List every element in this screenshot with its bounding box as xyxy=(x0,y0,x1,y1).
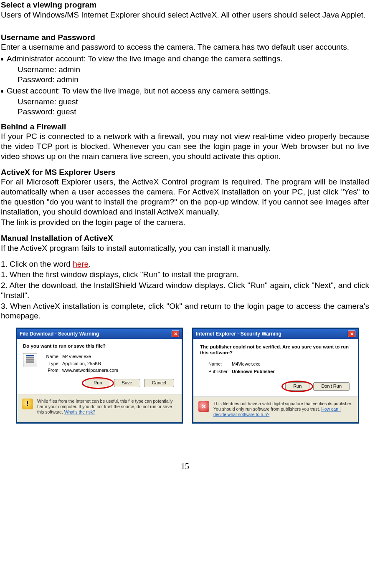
dialog2-body: The publisher could not be verified. Are… xyxy=(193,339,358,396)
publisher-value: Unknown Publisher xyxy=(232,369,275,374)
heading-user-pass: Username and Password xyxy=(1,33,369,43)
bullet-admin-text: Administrator account: To view the live … xyxy=(7,54,283,63)
step-4: 3. When ActiveX installation is complete… xyxy=(1,301,369,321)
dialog2-title: Internet Explorer - Security Warning xyxy=(196,331,281,337)
para-firewall: If your PC is connected to a network wit… xyxy=(1,131,369,161)
run-button[interactable]: Run xyxy=(285,382,309,391)
heading-viewing-program: Select a viewing program xyxy=(1,0,369,10)
dialog2-footer-text: This file does not have a valid digital … xyxy=(213,401,353,417)
dialog1-titlebar: File Download - Security Warning ✕ xyxy=(17,329,182,339)
run-button[interactable]: Run xyxy=(86,379,110,387)
whats-the-risk-link[interactable]: What's the risk? xyxy=(64,409,95,414)
heading-firewall: Behind a Firewall xyxy=(1,122,369,132)
close-icon[interactable]: ✕ xyxy=(172,331,179,337)
dialog1-title: File Download - Security Warning xyxy=(20,331,99,337)
run-label: Run xyxy=(94,380,102,385)
application-icon xyxy=(23,353,37,367)
shield-error-icon xyxy=(198,401,209,412)
dialog2-question: The publisher could not be verified. Are… xyxy=(200,344,351,356)
footer-text: While files from the Internet can be use… xyxy=(37,399,173,414)
dialogs-row: File Download - Security Warning ✕ Do yo… xyxy=(1,328,369,424)
bullet-icon xyxy=(1,58,3,61)
type-label: Type: xyxy=(41,360,60,367)
step-3: 2. After the download, the InstallShield… xyxy=(1,280,369,300)
publisher-label: Publisher: xyxy=(208,368,232,376)
cancel-button[interactable]: Cancel xyxy=(144,379,174,387)
run-label: Run xyxy=(293,384,302,389)
dialog1-footer-text: While files from the Internet can be use… xyxy=(37,399,177,415)
shield-warning-icon xyxy=(22,399,33,409)
dialog1-body: Do you want to run or save this file? Na… xyxy=(17,339,182,394)
bullet-admin: Administrator account: To view the live … xyxy=(1,54,369,64)
page-number: 15 xyxy=(1,461,369,472)
dialog1-file-row: Name:M4Viewer.exe Type:Application, 255K… xyxy=(23,353,176,374)
guest-password: Password: guest xyxy=(18,107,369,117)
bullet-guest: Guest account: To view the live image, b… xyxy=(1,86,369,96)
from-value: www.networkipcamera.com xyxy=(62,368,118,373)
bullet-guest-text: Guest account: To view the live image, b… xyxy=(7,86,271,95)
dialog1-details: Name:M4Viewer.exe Type:Application, 255K… xyxy=(41,353,118,374)
save-button[interactable]: Save xyxy=(114,379,140,387)
from-label: From: xyxy=(41,367,60,374)
para-manual-intro: If the ActiveX program fails to install … xyxy=(1,243,369,253)
here-link[interactable]: here xyxy=(73,260,89,268)
para-activex: For all Microsoft Explorer users, the Ac… xyxy=(1,177,369,217)
step-1: 1. Click on the word here. xyxy=(1,259,369,269)
name-value: M4Viewer.exe xyxy=(62,354,91,359)
ie-security-dialog: Internet Explorer - Security Warning ✕ T… xyxy=(192,328,359,424)
dialog2-titlebar: Internet Explorer - Security Warning ✕ xyxy=(193,329,358,339)
file-download-dialog: File Download - Security Warning ✕ Do yo… xyxy=(16,328,183,424)
step-1-pre: 1. Click on the word xyxy=(1,260,73,268)
dialog1-buttons: Run Save Cancel xyxy=(23,378,176,391)
name-value: M4Viewer.exe xyxy=(232,361,261,366)
name-label: Name: xyxy=(208,360,232,368)
admin-password: Password: admin xyxy=(18,75,369,85)
para-user-pass: Enter a username and password to access … xyxy=(1,42,369,52)
heading-activex: ActiveX for MS Explorer Users xyxy=(1,167,369,177)
dialog1-question: Do you want to run or save this file? xyxy=(23,343,176,349)
type-value: Application, 255KB xyxy=(62,361,101,366)
admin-username: Username: admin xyxy=(18,65,369,75)
dialog1-footer: While files from the Internet can be use… xyxy=(17,394,182,420)
heading-manual-activex: Manual Installation of ActiveX xyxy=(1,233,369,243)
step-2: 1. When the first window displays, click… xyxy=(1,270,369,280)
dialog2-buttons: Run Don't Run xyxy=(200,381,351,395)
name-label: Name: xyxy=(41,353,60,360)
bullet-icon xyxy=(1,90,3,93)
para-viewing-program: Users of Windows/MS Internet Explorer sh… xyxy=(1,10,369,20)
para-activex-2: The link is provided on the login page o… xyxy=(1,217,369,227)
close-icon[interactable]: ✕ xyxy=(348,331,355,337)
step-1-post: . xyxy=(89,260,91,268)
dont-run-button[interactable]: Don't Run xyxy=(313,382,350,391)
dialog2-details: Name:M4Viewer.exe Publisher:Unknown Publ… xyxy=(208,360,351,376)
guest-username: Username: guest xyxy=(18,97,369,107)
dialog2-footer: This file does not have a valid digital … xyxy=(193,396,358,422)
